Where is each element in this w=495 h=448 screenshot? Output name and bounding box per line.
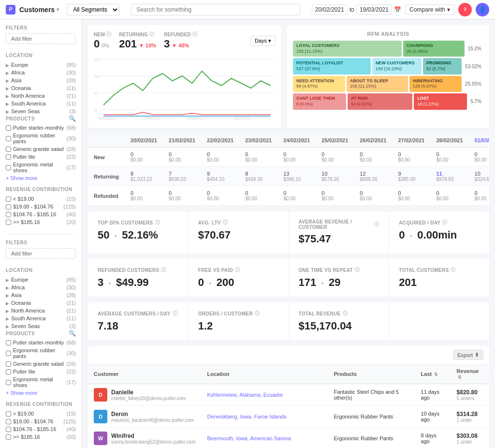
arrow-icon: ▶ [6,102,9,106]
location-item[interactable]: ▶Asia(28) [6,76,76,84]
refunded-stat: REFUNDED ⓘ 3 ▼ 40% [164,31,197,50]
notification-button[interactable]: 9 [458,3,472,16]
show-more-products[interactable]: + Show more [6,174,76,182]
avg-ltv-info-icon: ⓘ [223,219,228,226]
free-vs-paid-value: 0 • 200 [198,276,279,289]
table-row[interactable]: D Deron mauricio_kautzer46@demo.putler.c… [88,406,489,428]
customer-name[interactable]: Danielle [111,389,186,396]
revenue-item: $19.00 - $104.76(125) [6,418,76,425]
user-avatar[interactable]: 👤 [476,3,489,16]
location-item[interactable]: ▶North America(21) [6,92,76,100]
revenue-checkbox[interactable] [6,196,11,202]
ret-26: 12$898.36 [354,167,392,186]
location-item[interactable]: ▶Oceania(21) [6,299,76,307]
table-row[interactable]: W Winifred sonny.breitenberg52@demo.putl… [88,428,489,448]
chevron-down-icon: ▾ [447,6,450,13]
date-breakdown-scroll[interactable]: 20/02/2021 21/02/2021 22/02/2021 23/02/2… [88,134,489,206]
location-item[interactable]: ▶Asia(28) [6,291,76,299]
add-filter-button-2[interactable]: Add filter [6,248,76,259]
svg-text:06/03/2021: 06/03/2021 [187,117,204,120]
revenue-checkbox[interactable] [6,419,11,424]
customer-name[interactable]: Winifred [111,433,196,439]
products-title: PRODUCTS [6,116,35,121]
location-item[interactable]: ▶Oceania(21) [6,84,76,92]
top-20-metric: TOP 20% CUSTOMERS ⓘ 50 • 52.16% [88,211,189,253]
product-checkbox[interactable] [6,361,11,367]
location-item[interactable]: ▶South America(11) [6,100,76,107]
revenue-cell: $303.08 1 order [451,428,489,448]
col-location: Location [202,364,328,384]
ret-28: 11$978.83 [430,167,468,186]
date-to[interactable]: 19/03/2021 [356,4,392,15]
search-bar[interactable] [131,4,300,15]
products-search-icon-2[interactable]: 🔍 [69,330,76,337]
revenue-checkbox[interactable] [6,434,11,440]
revenue-checkbox[interactable] [6,204,11,209]
location-cell: Beermouth, Iowa, American Samoa [202,428,328,448]
orders-customer-label: ORDERS / CUSTOMER ⓘ [198,310,279,317]
ret-23: 8$458.30 [239,167,277,186]
ref-27: 0$0.00 [392,186,430,206]
product-item: Generic granite salad(28) [6,360,76,368]
products-search-icon[interactable]: 🔍 [69,115,76,122]
new-21: 0$0.00 [163,148,201,167]
revenue-checkbox[interactable] [6,411,11,417]
revenue-cell: $314.28 1 order [451,406,489,428]
main-content: NEW ⓘ 0 0% RETURNING ⓘ [82,19,495,448]
product-list: Putler starter-monthly(68)Ergonomic rubb… [6,124,76,174]
title-chevron-icon[interactable]: ▾ [57,7,59,12]
product-checkbox[interactable] [6,351,11,356]
location-link[interactable]: Kshlerinview, Alabama, Ecuador [207,392,283,398]
avg-ltv-label: AVG. LTV ⓘ [198,219,279,226]
location-item[interactable]: ▶North America(21) [6,307,76,314]
segment-select-input[interactable]: All Segments [67,4,119,15]
location-item[interactable]: ▶Africa(30) [6,284,76,291]
table-row[interactable]: D Danielle colette_fahey20@demo.putler.c… [88,384,489,406]
location-item[interactable]: ▶South America(11) [6,314,76,322]
col-revenue[interactable]: Revenue ⇅ [451,364,489,384]
location-item[interactable]: ▶Africa(30) [6,69,76,76]
product-checkbox[interactable] [6,136,11,141]
ref-01: 0$0.00 [469,186,489,206]
add-filter-button[interactable]: Add filter [6,33,76,44]
date-col-27: 27/02/2021 [392,134,430,148]
customer-name[interactable]: Deron [111,411,194,418]
returning-value: 201 [119,38,137,50]
segment-selector[interactable]: All Segments [67,4,119,15]
export-button[interactable]: Export ⬆ [453,350,483,360]
revenue-item: >= $185.16(20) [6,218,76,226]
col-products: Products [328,364,415,384]
compare-with-button[interactable]: Compare with ▾ [405,4,454,15]
revenue-checkbox[interactable] [6,212,11,217]
product-list-2: Putler starter-monthly(68)Ergonomic rubb… [6,339,76,389]
revenue-checkbox[interactable] [6,427,11,432]
location-item[interactable]: ▶Europe(85) [6,276,76,284]
show-more-products-2[interactable]: + Show more [6,389,76,397]
col-last[interactable]: Last ⇅ [415,364,451,384]
location-item[interactable]: ▶Seven Seas(3) [6,107,76,115]
product-checkbox[interactable] [6,369,11,374]
product-checkbox[interactable] [6,154,11,160]
date-col-21: 21/02/2021 [163,134,201,148]
rfm-lost: LOST 18 (1.27%) [414,93,467,109]
date-from[interactable]: 20/02/2021 [312,4,348,15]
location-item[interactable]: ▶Europe(85) [6,61,76,69]
product-checkbox[interactable] [6,147,11,152]
product-checkbox[interactable] [6,125,11,131]
product-item: Generic granite salad(28) [6,145,76,153]
location-item[interactable]: ▶Seven Seas(3) [6,322,76,330]
location-link[interactable]: Beermouth, Iowa, American Samoa [207,435,291,441]
location-link[interactable]: Denesikberg, Iowa, Faroe Islands [207,414,287,419]
product-checkbox[interactable] [6,165,11,170]
rfm-pct-1: 15.2% [466,41,483,57]
product-checkbox[interactable] [6,380,11,385]
arrow-icon: ▶ [6,324,9,329]
arrow-icon: ▶ [6,78,9,83]
ref-25: 0$0.00 [316,186,354,206]
calendar-icon: 📅 [394,6,401,13]
days-button[interactable]: Days ▾ [250,36,276,46]
search-input[interactable] [131,4,300,15]
product-checkbox[interactable] [6,340,11,345]
revenue-checkbox[interactable] [6,220,11,225]
acquired-value: 0 • 0.00min [399,229,480,241]
